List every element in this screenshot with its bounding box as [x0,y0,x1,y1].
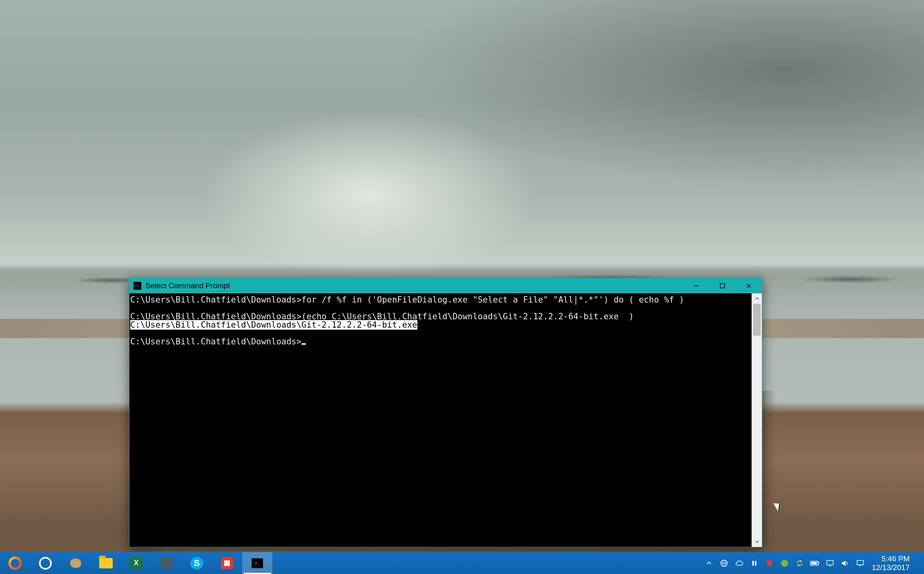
clock-time: 5:46 PM [872,554,910,563]
terminal-prompt: C:\Users\Bill.Chatfield\Downloads> [130,337,301,346]
window-title: Select Command Prompt [145,281,230,290]
tray-display-icon[interactable] [823,552,837,574]
taskbar-clock[interactable]: 5:46 PM 12/13/2017 [869,553,914,574]
svg-marker-14 [842,560,846,566]
tray-globe-icon[interactable] [717,552,731,574]
svg-rect-10 [818,562,819,564]
desktop[interactable]: Select Command Prompt C:\Users\Bill.Chat… [0,0,924,574]
taskbar-item-misc1[interactable] [61,552,91,574]
cmd-app-icon [133,282,141,290]
cmd-icon: >_ [250,556,264,570]
scrollbar-vertical[interactable] [752,293,762,547]
taskbar-item-skype[interactable]: S [182,552,212,574]
close-button[interactable] [736,278,762,293]
volume-icon [841,560,849,567]
tray-sync-icon[interactable] [793,552,807,574]
close-icon [746,283,752,289]
tray-app-icon[interactable] [748,552,761,574]
terminal-line: C:\Users\Bill.Chatfield\Downloads>for /f… [130,295,684,305]
svg-rect-15 [857,560,863,565]
app-icon [69,556,83,570]
tray-action-center[interactable] [854,552,867,574]
taskbar-item-cortana[interactable] [30,552,61,574]
cloud-icon [735,560,744,566]
tray-skype-icon[interactable] [778,552,791,574]
skype-icon: S [190,556,204,570]
pause-icon [751,560,758,566]
maximize-icon [720,283,725,289]
tray-battery-icon[interactable] [808,552,822,574]
taskbar-item-red-app[interactable] [212,552,242,574]
terminal-cursor [301,343,306,345]
action-center-icon [856,560,864,567]
taskbar-item-misc2[interactable] [151,552,182,574]
minimize-button[interactable] [683,278,709,293]
svg-rect-11 [811,562,817,564]
taskbar-item-file-explorer[interactable] [91,552,121,574]
monitor-icon [826,560,834,567]
maximize-button[interactable] [709,278,736,293]
app-icon [220,556,234,570]
tray-volume-icon[interactable] [838,552,852,574]
clock-date: 12/13/2017 [872,563,910,572]
chevron-down-icon [755,539,760,544]
taskbar-item-firefox[interactable] [0,552,30,574]
chevron-up-icon [706,560,712,566]
taskbar[interactable]: X S >_ [0,552,924,574]
titlebar[interactable]: Select Command Prompt [129,278,762,293]
terminal-body[interactable]: C:\Users\Bill.Chatfield\Downloads>for /f… [129,293,762,547]
svg-rect-12 [827,560,833,565]
terminal-text[interactable]: C:\Users\Bill.Chatfield\Downloads>for /f… [129,293,752,547]
command-prompt-window[interactable]: Select Command Prompt C:\Users\Bill.Chat… [129,278,762,547]
tray-overflow-button[interactable] [702,552,716,574]
taskbar-item-command-prompt[interactable]: >_ [242,552,272,574]
battery-icon [810,560,820,566]
excel-icon: X [129,556,143,570]
scroll-thumb[interactable] [753,304,761,336]
svg-rect-7 [752,561,754,566]
firefox-icon [8,556,22,570]
svg-rect-8 [755,561,756,566]
chevron-up-icon [755,296,760,301]
taskbar-item-excel[interactable]: X [121,552,151,574]
terminal-line-selected: C:\Users\Bill.Chatfield\Downloads\Git-2.… [130,320,417,330]
system-tray[interactable]: 5:46 PM 12/13/2017 [702,552,924,574]
tray-security-icon[interactable] [763,552,776,574]
scroll-down-button[interactable] [752,537,762,547]
sync-icon [796,560,803,567]
scroll-up-button[interactable] [752,293,762,304]
cortana-icon [38,556,53,570]
minimize-icon [693,283,699,289]
folder-icon [99,556,113,570]
scroll-track[interactable] [752,304,762,537]
svg-rect-1 [720,284,725,288]
shield-icon [766,560,773,567]
app-icon [159,556,174,570]
tray-cloud-icon[interactable] [732,552,746,574]
globe-icon [720,559,728,567]
